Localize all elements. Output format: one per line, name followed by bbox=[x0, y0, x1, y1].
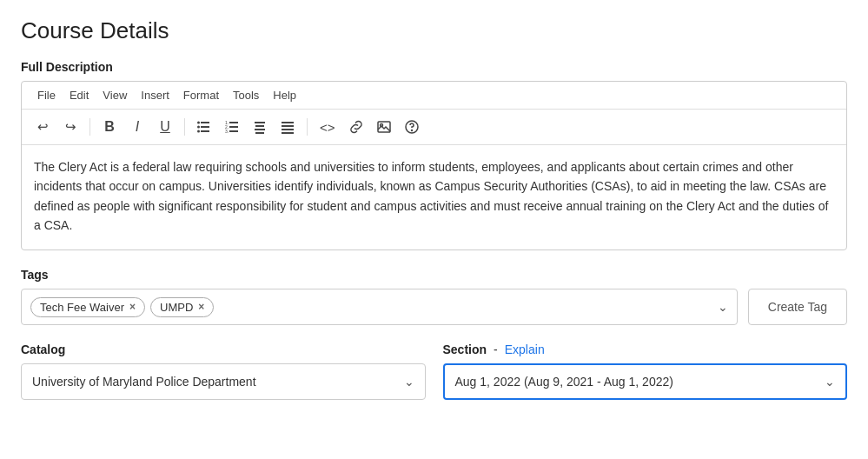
align-center-button[interactable] bbox=[248, 115, 272, 139]
catalog-section-row: Catalog University of Maryland Police De… bbox=[21, 343, 847, 400]
svg-rect-7 bbox=[229, 126, 238, 128]
undo-button[interactable]: ↩ bbox=[30, 115, 55, 139]
editor-content[interactable]: The Clery Act is a federal law requiring… bbox=[22, 145, 846, 249]
toolbar-divider-1 bbox=[89, 118, 90, 136]
svg-point-4 bbox=[197, 126, 200, 129]
code-button[interactable]: <> bbox=[315, 115, 341, 139]
bold-button[interactable]: B bbox=[97, 115, 122, 139]
tag-chip-label: Tech Fee Waiver bbox=[40, 301, 124, 314]
svg-rect-14 bbox=[255, 129, 265, 130]
toolbar-divider-3 bbox=[307, 118, 308, 136]
svg-text:3.: 3. bbox=[225, 129, 229, 134]
redo-button[interactable]: ↪ bbox=[58, 115, 83, 139]
tags-label: Tags bbox=[21, 268, 847, 282]
ordered-list-button[interactable]: 1.2.3. bbox=[220, 115, 244, 139]
svg-rect-2 bbox=[201, 130, 209, 132]
catalog-selected-value: University of Maryland Police Department bbox=[32, 375, 256, 389]
catalog-chevron-icon: ⌄ bbox=[404, 375, 414, 389]
svg-rect-15 bbox=[255, 132, 264, 134]
menu-edit[interactable]: Edit bbox=[63, 87, 96, 103]
editor-menubar: File Edit View Insert Format Tools Help bbox=[22, 82, 846, 110]
svg-rect-16 bbox=[282, 122, 294, 123]
menu-help[interactable]: Help bbox=[266, 87, 303, 103]
tags-select[interactable]: Tech Fee Waiver × UMPD × ⌄ bbox=[21, 289, 738, 325]
menu-view[interactable]: View bbox=[96, 87, 134, 103]
section-dash: - bbox=[494, 343, 498, 356]
tags-section: Tags Tech Fee Waiver × UMPD × ⌄ Create T… bbox=[21, 268, 847, 325]
svg-point-5 bbox=[197, 130, 200, 133]
tags-row: Tech Fee Waiver × UMPD × ⌄ Create Tag bbox=[21, 289, 847, 325]
catalog-label: Catalog bbox=[21, 343, 426, 356]
section-explain-link[interactable]: Explain bbox=[505, 343, 545, 356]
underline-button[interactable]: U bbox=[153, 115, 177, 139]
menu-insert[interactable]: Insert bbox=[134, 87, 176, 103]
help-button[interactable] bbox=[400, 115, 424, 139]
rich-text-editor: File Edit View Insert Format Tools Help … bbox=[21, 81, 847, 250]
catalog-column: Catalog University of Maryland Police De… bbox=[21, 343, 426, 400]
editor-toolbar: ↩ ↪ B I U 1.2.3. <> bbox=[22, 110, 846, 145]
svg-rect-12 bbox=[255, 122, 265, 123]
svg-point-3 bbox=[197, 122, 200, 124]
section-column: Section - Explain Aug 1, 2022 (Aug 9, 20… bbox=[443, 343, 848, 400]
tag-chip-remove-tech-fee-waiver[interactable]: × bbox=[129, 301, 136, 313]
svg-point-23 bbox=[411, 130, 412, 131]
tag-chip-tech-fee-waiver: Tech Fee Waiver × bbox=[30, 297, 145, 317]
menu-format[interactable]: Format bbox=[176, 87, 226, 103]
svg-rect-1 bbox=[201, 126, 209, 128]
section-dropdown[interactable]: Aug 1, 2022 (Aug 9, 2021 - Aug 1, 2022) … bbox=[443, 363, 848, 400]
link-button[interactable] bbox=[344, 115, 368, 139]
tags-chips: Tech Fee Waiver × UMPD × bbox=[30, 297, 214, 317]
full-description-label: Full Description bbox=[21, 60, 847, 74]
bullet-list-button[interactable] bbox=[192, 115, 216, 139]
image-button[interactable] bbox=[372, 115, 396, 139]
section-header: Section - Explain bbox=[443, 343, 848, 356]
tag-chip-remove-umpd[interactable]: × bbox=[198, 301, 204, 313]
section-label: Section bbox=[443, 343, 487, 356]
svg-rect-19 bbox=[282, 132, 294, 134]
svg-rect-17 bbox=[282, 125, 294, 127]
page-title: Course Details bbox=[21, 17, 847, 44]
menu-file[interactable]: File bbox=[30, 87, 63, 103]
italic-button[interactable]: I bbox=[125, 115, 149, 139]
catalog-dropdown[interactable]: University of Maryland Police Department… bbox=[21, 363, 426, 400]
tag-chip-umpd: UMPD × bbox=[150, 297, 214, 317]
toolbar-divider-2 bbox=[184, 118, 185, 136]
svg-rect-6 bbox=[229, 122, 238, 123]
align-justify-button[interactable] bbox=[275, 115, 300, 139]
tag-chip-label: UMPD bbox=[160, 301, 193, 314]
section-chevron-icon: ⌄ bbox=[825, 375, 835, 389]
section-selected-value: Aug 1, 2022 (Aug 9, 2021 - Aug 1, 2022) bbox=[455, 375, 673, 389]
menu-tools[interactable]: Tools bbox=[226, 87, 266, 103]
tags-chevron-icon: ⌄ bbox=[718, 300, 728, 314]
svg-rect-8 bbox=[229, 130, 238, 132]
svg-rect-18 bbox=[282, 129, 294, 130]
svg-rect-0 bbox=[201, 122, 209, 123]
create-tag-button[interactable]: Create Tag bbox=[748, 289, 847, 325]
svg-rect-13 bbox=[255, 125, 264, 127]
